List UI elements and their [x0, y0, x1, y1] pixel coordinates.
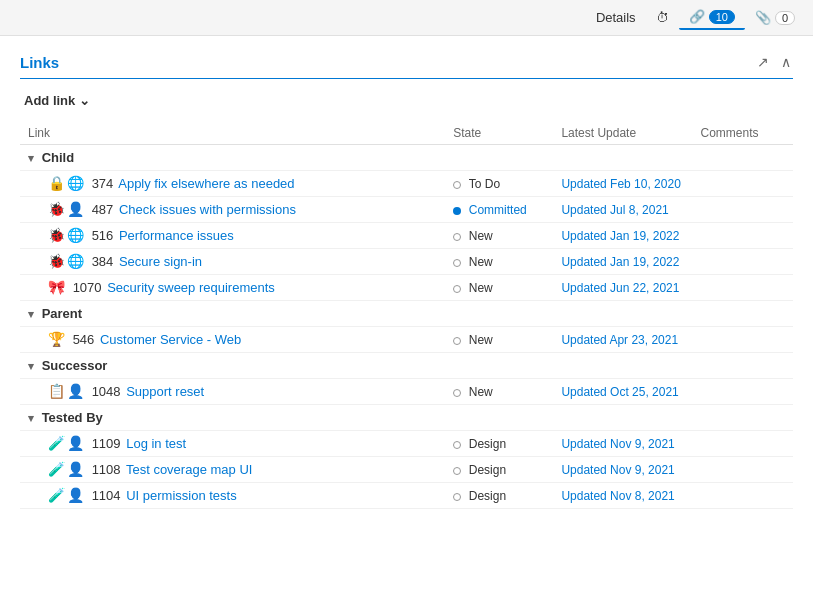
- item-type-icon: 🔒: [48, 176, 65, 190]
- state-dot: [453, 233, 461, 241]
- state-label: New: [469, 229, 493, 243]
- state-dot: [453, 337, 461, 345]
- update-text: Updated Oct 25, 2021: [561, 385, 678, 399]
- update-text: Updated Apr 23, 2021: [561, 333, 678, 347]
- item-title-link[interactable]: UI permission tests: [126, 488, 237, 503]
- item-id: 1104: [92, 488, 121, 503]
- update-text: Updated Jul 8, 2021: [561, 203, 668, 217]
- state-label: New: [469, 281, 493, 295]
- history-button[interactable]: ⏱: [646, 6, 679, 29]
- item-type-icon: 👤: [67, 462, 84, 476]
- table-row: 🐞🌐 516 Performance issues New Updated Ja…: [20, 223, 793, 249]
- group-row-group-successor[interactable]: ▾ Successor: [20, 353, 793, 379]
- state-dot: [453, 259, 461, 267]
- col-header-comments: Comments: [693, 122, 794, 145]
- state-label: Design: [469, 489, 506, 503]
- state-dot: [453, 207, 461, 215]
- expand-button[interactable]: ↗: [755, 52, 771, 72]
- update-text: Updated Jan 19, 2022: [561, 255, 679, 269]
- group-label: Tested By: [42, 410, 103, 425]
- group-chevron: ▾: [28, 152, 34, 165]
- group-label: Successor: [42, 358, 108, 373]
- item-id: 1109: [92, 436, 121, 451]
- links-header: Links ↗ ∧: [20, 52, 793, 79]
- item-type-icon: 🏆: [48, 332, 65, 346]
- update-text: Updated Nov 8, 2021: [561, 489, 674, 503]
- add-link-button[interactable]: Add link ⌄: [20, 91, 94, 110]
- item-title-link[interactable]: Support reset: [126, 384, 204, 399]
- state-label: Committed: [469, 203, 527, 217]
- item-id: 516: [92, 228, 114, 243]
- details-button[interactable]: Details: [586, 6, 646, 29]
- collapse-button[interactable]: ∧: [779, 52, 793, 72]
- item-icons: 🧪👤: [48, 436, 84, 450]
- item-type-icon: 🌐: [67, 254, 84, 268]
- update-text: Updated Jan 19, 2022: [561, 229, 679, 243]
- item-icons: 🐞🌐: [48, 228, 84, 242]
- state-dot: [453, 467, 461, 475]
- item-type-icon: 👤: [67, 488, 84, 502]
- item-icons: 🏆: [48, 332, 65, 346]
- item-id: 1070: [73, 280, 102, 295]
- group-row-group-child[interactable]: ▾ Child: [20, 145, 793, 171]
- col-header-link: Link: [20, 122, 445, 145]
- item-icons: 🐞👤: [48, 202, 84, 216]
- item-icons: 🔒🌐: [48, 176, 84, 190]
- item-title-link[interactable]: Security sweep requirements: [107, 280, 275, 295]
- item-icons: 🧪👤: [48, 488, 84, 502]
- group-row-group-parent[interactable]: ▾ Parent: [20, 301, 793, 327]
- add-link-chevron: ⌄: [79, 93, 90, 108]
- state-label: New: [469, 333, 493, 347]
- item-type-icon: 🐞: [48, 202, 65, 216]
- item-title-link[interactable]: Secure sign-in: [119, 254, 202, 269]
- update-text: Updated Nov 9, 2021: [561, 437, 674, 451]
- table-row: 🏆 546 Customer Service - Web New Updated…: [20, 327, 793, 353]
- state-dot: [453, 181, 461, 189]
- state-label: New: [469, 255, 493, 269]
- table-header-row: Link State Latest Update Comments: [20, 122, 793, 145]
- item-icons: 🧪👤: [48, 462, 84, 476]
- item-type-icon: 🌐: [67, 176, 84, 190]
- links-table: Link State Latest Update Comments ▾ Chil…: [20, 122, 793, 509]
- state-label: New: [469, 385, 493, 399]
- item-type-icon: 🧪: [48, 488, 65, 502]
- attachments-count-badge: 0: [775, 11, 795, 25]
- item-type-icon: 👤: [67, 202, 84, 216]
- links-count-badge: 10: [709, 10, 735, 24]
- state-dot: [453, 389, 461, 397]
- item-title-link[interactable]: Test coverage map UI: [126, 462, 252, 477]
- group-label: Parent: [42, 306, 82, 321]
- item-title-link[interactable]: Performance issues: [119, 228, 234, 243]
- details-label: Details: [596, 10, 636, 25]
- attachments-button[interactable]: 📎 0: [745, 6, 805, 29]
- update-text: Updated Feb 10, 2020: [561, 177, 680, 191]
- table-row: 🔒🌐 374 Apply fix elsewhere as needed To …: [20, 171, 793, 197]
- item-type-icon: 👤: [67, 436, 84, 450]
- item-title-link[interactable]: Log in test: [126, 436, 186, 451]
- state-label: Design: [469, 463, 506, 477]
- item-type-icon: 👤: [67, 384, 84, 398]
- item-title-link[interactable]: Apply fix elsewhere as needed: [118, 176, 294, 191]
- add-link-label: Add link: [24, 93, 75, 108]
- group-chevron: ▾: [28, 412, 34, 425]
- group-row-group-tested-by[interactable]: ▾ Tested By: [20, 405, 793, 431]
- state-label: To Do: [469, 177, 500, 191]
- item-type-icon: 🐞: [48, 254, 65, 268]
- item-title-link[interactable]: Customer Service - Web: [100, 332, 241, 347]
- item-id: 1048: [92, 384, 121, 399]
- links-button[interactable]: 🔗 10: [679, 5, 745, 30]
- update-text: Updated Jun 22, 2021: [561, 281, 679, 295]
- history-icon: ⏱: [656, 10, 669, 25]
- top-toolbar: Details ⏱ 🔗 10 📎 0: [0, 0, 813, 36]
- table-row: 🧪👤 1108 Test coverage map UI Design Upda…: [20, 457, 793, 483]
- main-content: Links ↗ ∧ Add link ⌄ Link State Latest U…: [0, 36, 813, 525]
- state-dot: [453, 285, 461, 293]
- group-label: Child: [42, 150, 75, 165]
- item-id: 1108: [92, 462, 121, 477]
- attachments-icon: 📎: [755, 10, 771, 25]
- group-chevron: ▾: [28, 308, 34, 321]
- item-icons: 📋👤: [48, 384, 84, 398]
- item-title-link[interactable]: Check issues with permissions: [119, 202, 296, 217]
- item-type-icon: 🐞: [48, 228, 65, 242]
- item-type-icon: 🎀: [48, 280, 65, 294]
